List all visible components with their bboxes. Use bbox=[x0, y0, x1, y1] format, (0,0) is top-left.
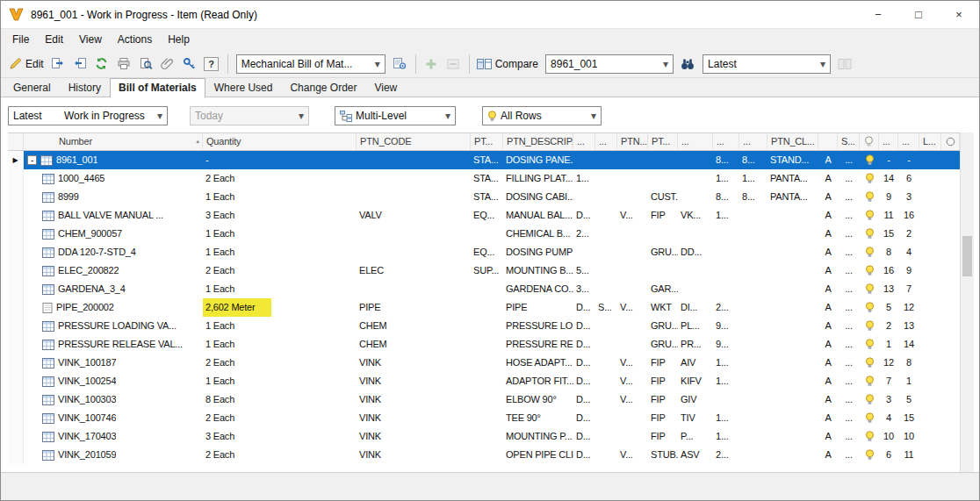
compare-button[interactable]: Compare bbox=[474, 54, 541, 75]
cell-a[interactable]: A bbox=[818, 446, 838, 464]
cell-n1[interactable]: 15 bbox=[879, 225, 898, 243]
cell-n2[interactable]: 4 bbox=[898, 243, 919, 261]
cell-s[interactable]: ... bbox=[838, 372, 860, 390]
cell-ptn_cl[interactable] bbox=[767, 298, 818, 317]
table-row[interactable]: 89991 EachSTA...DOSING CABI...CUST...8..… bbox=[8, 188, 960, 206]
table-row[interactable]: ▶-8961_001-STA...DOSING PANE...8...8...S… bbox=[8, 151, 960, 169]
cell-descrip[interactable]: ELBOW 90° bbox=[503, 390, 573, 409]
cell-number[interactable]: PIPE_200002 bbox=[24, 298, 203, 317]
cell-number[interactable]: VINK_100746 bbox=[24, 409, 203, 427]
close-button[interactable]: × bbox=[939, 1, 979, 29]
cell-descrip[interactable]: CHEMICAL B... bbox=[503, 225, 573, 243]
cell-quantity[interactable]: 1 Each bbox=[203, 225, 357, 243]
table-row[interactable]: CHEM_9000571 EachCHEMICAL B...2...A...15… bbox=[8, 225, 960, 243]
cell-ptn[interactable]: V... bbox=[617, 298, 648, 317]
help-button[interactable]: ? bbox=[201, 54, 222, 75]
table-row[interactable]: BALL VALVE MANUAL ...3 EachVALVEQ...MANU… bbox=[8, 206, 960, 225]
cell-s[interactable]: ... bbox=[838, 317, 860, 335]
cell-pt1[interactable] bbox=[471, 446, 503, 464]
cell-n2[interactable]: 5 bbox=[898, 390, 919, 409]
cell-quantity[interactable]: 2 Each bbox=[203, 261, 357, 280]
cell-d4[interactable]: 1... bbox=[713, 372, 739, 390]
column-header-d3[interactable]: ... bbox=[678, 133, 713, 150]
cell-a[interactable]: A bbox=[818, 261, 838, 280]
cell-pt1[interactable] bbox=[471, 354, 503, 372]
cell-ptn_cl[interactable] bbox=[767, 225, 818, 243]
cell-d3[interactable]: GIV bbox=[678, 390, 713, 409]
cell-ptn[interactable]: V... bbox=[617, 206, 648, 225]
column-header-s[interactable]: S... bbox=[838, 133, 860, 150]
cell-s[interactable]: ... bbox=[838, 427, 860, 446]
cell-l[interactable] bbox=[919, 409, 941, 427]
column-header-d5[interactable]: ... bbox=[739, 133, 767, 150]
table-row[interactable]: DDA 120-7-STD_41 EachEQ...DOSING PUMPGRU… bbox=[8, 243, 960, 261]
cell-ptn_cl[interactable] bbox=[767, 243, 818, 261]
cell-d3[interactable]: PR... bbox=[678, 335, 713, 354]
cell-a[interactable]: A bbox=[818, 317, 838, 335]
cell-s[interactable]: ... bbox=[838, 354, 860, 372]
cell-ptn_code[interactable]: VINK bbox=[357, 390, 471, 409]
row-selector[interactable] bbox=[8, 372, 24, 390]
print-button[interactable] bbox=[113, 54, 134, 75]
row-selector[interactable] bbox=[8, 261, 24, 280]
table-row[interactable]: PRESSURE LOADING VA...1 EachCHEMPRESSURE… bbox=[8, 317, 960, 335]
cell-d3[interactable]: KIFV bbox=[678, 372, 713, 390]
cell-n1[interactable]: 12 bbox=[879, 354, 898, 372]
cell-pt1[interactable] bbox=[471, 372, 503, 390]
cell-bulb[interactable] bbox=[860, 409, 879, 427]
cell-s[interactable]: ... bbox=[838, 261, 860, 280]
cell-d3[interactable] bbox=[678, 169, 713, 188]
cell-s[interactable]: ... bbox=[838, 390, 860, 409]
cell-pt2[interactable] bbox=[648, 169, 678, 188]
cell-a[interactable]: A bbox=[818, 243, 838, 261]
cell-pt1[interactable]: EQ... bbox=[471, 206, 503, 225]
cell-pt2[interactable] bbox=[648, 261, 678, 280]
cell-ptn_cl[interactable] bbox=[767, 261, 818, 280]
cell-d1[interactable]: 5... bbox=[573, 261, 595, 280]
tab-bill-of-materials[interactable]: Bill of Materials bbox=[110, 78, 205, 97]
cell-circ[interactable] bbox=[941, 206, 960, 225]
row-selector[interactable] bbox=[8, 446, 24, 464]
table-row[interactable]: PIPE_2000022,602 MeterPIPEPIPED...S...V.… bbox=[8, 298, 960, 317]
cell-circ[interactable] bbox=[941, 446, 960, 464]
cell-n1[interactable]: 4 bbox=[879, 409, 898, 427]
cell-pt1[interactable]: EQ... bbox=[471, 243, 503, 261]
cell-n2[interactable]: 7 bbox=[898, 280, 919, 298]
cell-d4[interactable]: 2... bbox=[713, 446, 739, 464]
cell-pt2[interactable]: FIP bbox=[648, 409, 678, 427]
cell-a[interactable]: A bbox=[818, 169, 838, 188]
cell-quantity[interactable]: 2 Each bbox=[203, 354, 357, 372]
cell-d2[interactable] bbox=[595, 261, 617, 280]
cell-ptn[interactable] bbox=[617, 427, 648, 446]
cell-d2[interactable] bbox=[595, 169, 617, 188]
cell-circ[interactable] bbox=[941, 372, 960, 390]
row-selector[interactable] bbox=[8, 243, 24, 261]
cell-number[interactable]: VINK_100254 bbox=[24, 372, 203, 390]
minimize-button[interactable]: − bbox=[858, 1, 898, 29]
cell-s[interactable]: ... bbox=[838, 225, 860, 243]
menu-actions[interactable]: Actions bbox=[110, 29, 160, 50]
cell-ptn[interactable]: V... bbox=[617, 390, 648, 409]
cell-l[interactable] bbox=[919, 317, 941, 335]
cell-pt2[interactable]: CUST... bbox=[648, 188, 678, 206]
row-selector[interactable]: ▶ bbox=[8, 151, 24, 169]
cell-l[interactable] bbox=[919, 261, 941, 280]
cell-d5[interactable] bbox=[739, 317, 767, 335]
column-header-bulb[interactable] bbox=[860, 133, 879, 150]
cell-number[interactable]: PRESSURE RELEASE VAL... bbox=[24, 335, 203, 354]
cell-n2[interactable]: 10 bbox=[898, 427, 919, 446]
cell-circ[interactable] bbox=[941, 188, 960, 206]
cell-n1[interactable]: 3 bbox=[879, 390, 898, 409]
cell-n2[interactable]: 1 bbox=[898, 372, 919, 390]
cell-n2[interactable]: - bbox=[898, 151, 919, 169]
bom-view-combo[interactable]: Mechanical Bill of Mat... ▾ bbox=[236, 54, 386, 74]
cell-ptn_cl[interactable]: PANTA... bbox=[767, 169, 818, 188]
cell-l[interactable] bbox=[919, 243, 941, 261]
cell-number[interactable]: VINK_100303 bbox=[24, 390, 203, 409]
cell-circ[interactable] bbox=[941, 335, 960, 354]
cell-d1[interactable]: 1... bbox=[573, 169, 595, 188]
cell-d2[interactable] bbox=[595, 409, 617, 427]
cell-descrip[interactable]: GARDENA CO... bbox=[503, 280, 573, 298]
cell-d2[interactable] bbox=[595, 317, 617, 335]
cell-n2[interactable]: 15 bbox=[898, 409, 919, 427]
